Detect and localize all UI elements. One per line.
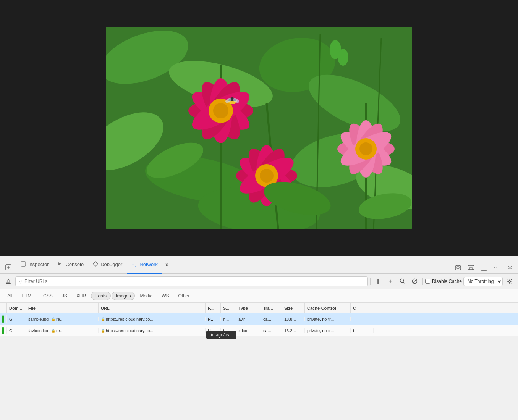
filter-tab-all[interactable]: All: [3, 292, 16, 300]
col-header-cache-control[interactable]: Cache-Control: [305, 303, 351, 313]
network-table-header: Dom... File URL P... S... Type Tra... S: [0, 303, 518, 313]
table-row[interactable]: G favicon.ico 🔒 re... 🔒 https://res.clou…: [0, 325, 518, 336]
row1-file: sample.jpg: [26, 317, 49, 321]
svg-point-66: [509, 280, 511, 282]
type-tooltip: image/avif: [206, 331, 236, 339]
network-icon: ↑↓: [131, 261, 137, 268]
disable-cache-wrapper[interactable]: Disable Cache: [425, 279, 462, 284]
filter-tab-images[interactable]: Images: [112, 292, 135, 300]
browser-viewport: [0, 0, 518, 256]
screenshot-button[interactable]: [452, 262, 464, 273]
url-lock-icon: 🔒: [101, 329, 105, 333]
more-tools-button[interactable]: ···: [491, 262, 503, 273]
col-header-file[interactable]: File: [26, 303, 49, 313]
filter-tab-js[interactable]: JS: [58, 292, 71, 300]
clear-network-button[interactable]: [3, 276, 14, 287]
disable-cache-checkbox[interactable]: [425, 279, 430, 284]
network-table-wrapper: Dom... File URL P... S... Type Tra... S: [0, 303, 518, 420]
row1-transfer: ca...: [261, 317, 282, 321]
filter-tab-css[interactable]: CSS: [39, 292, 57, 300]
filter-tab-other[interactable]: Other: [174, 292, 194, 300]
tab-console[interactable]: Console: [53, 256, 88, 274]
row1-method: G: [7, 317, 26, 321]
more-tabs-icon: »: [165, 261, 169, 268]
filter-tab-fonts[interactable]: Fonts: [91, 292, 111, 300]
toolbar-separator-2: [422, 278, 423, 285]
row2-c: b: [351, 328, 374, 333]
filter-icon: ▽: [19, 279, 22, 284]
svg-point-54: [457, 267, 459, 269]
search-button[interactable]: [397, 276, 408, 287]
inspector-picker-button[interactable]: [2, 261, 15, 273]
url-lock-icon: 🔒: [101, 317, 105, 321]
row1-url-lock: 🔒 re...: [49, 317, 99, 321]
network-table-scroll[interactable]: G sample.jpg 🔒 re... 🔒 https://res.cloud…: [0, 313, 518, 420]
row1-size: 18.8...: [282, 317, 305, 321]
row2-method: G: [7, 328, 26, 333]
row2-type: x-icon: [236, 328, 261, 333]
network-toolbar: ▽ ‖ + Disable Cache: [0, 274, 518, 289]
svg-marker-52: [58, 262, 61, 265]
tab-inspector[interactable]: Inspector: [16, 256, 53, 274]
table-row[interactable]: G sample.jpg 🔒 re... 🔒 https://res.cloud…: [0, 313, 518, 325]
split-console-button[interactable]: [478, 262, 490, 273]
tab-debugger[interactable]: Debugger: [88, 256, 127, 274]
debugger-icon: [93, 261, 98, 268]
col-header-c[interactable]: C: [351, 303, 374, 313]
svg-line-65: [413, 279, 416, 283]
row2-url-lock: 🔒 re...: [49, 328, 99, 333]
lock-icon: 🔒: [51, 329, 55, 333]
col-header-p[interactable]: P...: [206, 303, 221, 313]
col-header-type[interactable]: Type: [236, 303, 261, 313]
resource-type-filter-tabs: All HTML CSS JS XHR Fonts Images Media W…: [0, 289, 518, 303]
svg-point-38: [359, 142, 372, 155]
close-devtools-button[interactable]: ×: [504, 262, 516, 273]
tab-network[interactable]: ↑↓ Network: [127, 256, 162, 274]
row2-file: favicon.ico: [26, 328, 49, 333]
row2-transfer: ca...: [261, 328, 282, 333]
svg-rect-53: [455, 266, 461, 270]
col-header-url[interactable]: URL: [99, 303, 206, 313]
svg-line-63: [403, 282, 405, 284]
filter-tab-html[interactable]: HTML: [17, 292, 38, 300]
responsive-design-button[interactable]: [465, 262, 477, 273]
status-indicator: [2, 315, 4, 323]
svg-point-22: [213, 103, 228, 118]
more-tabs-button[interactable]: »: [162, 256, 172, 273]
flower-image: [106, 27, 412, 229]
col-header-transfer[interactable]: Tra...: [261, 303, 282, 313]
block-url-button[interactable]: [410, 276, 420, 287]
toolbar-separator-1: [370, 278, 371, 285]
row1-status-dot: [0, 315, 7, 323]
disable-cache-label: Disable Cache: [432, 279, 462, 284]
devtools-right-tools: ··· ×: [452, 262, 516, 273]
filter-tab-media[interactable]: Media: [136, 292, 157, 300]
col-header-s[interactable]: S...: [221, 303, 236, 313]
row1-cache-control: private, no-tr...: [305, 317, 351, 321]
devtools-panel: Inspector Console Debugger ↑↓ Network: [0, 256, 518, 420]
add-bookmark-button[interactable]: +: [385, 276, 396, 287]
console-icon: [58, 261, 63, 268]
filter-urls-wrapper: ▽: [15, 276, 368, 286]
status-indicator: [2, 327, 4, 334]
tab-console-label: Console: [65, 262, 84, 267]
row2-cache-control: private, no-tr...: [305, 328, 351, 333]
lock-icon: 🔒: [51, 317, 55, 321]
pause-recording-button[interactable]: ‖: [373, 276, 384, 287]
col-header-size[interactable]: Size: [282, 303, 305, 313]
row1-s: h...: [221, 317, 236, 321]
filter-tab-ws[interactable]: WS: [157, 292, 173, 300]
tab-inspector-label: Inspector: [28, 262, 49, 267]
tab-network-label: Network: [139, 262, 158, 267]
col-header-status[interactable]: [0, 303, 7, 313]
throttling-select[interactable]: No Throttling: [463, 277, 503, 286]
filter-tab-xhr[interactable]: XHR: [72, 292, 90, 300]
inspector-icon: [21, 261, 26, 268]
row2-status-dot: [0, 327, 7, 334]
tab-debugger-label: Debugger: [100, 262, 122, 267]
filter-urls-input[interactable]: [24, 279, 364, 284]
row1-p: H...: [206, 317, 221, 321]
network-settings-button[interactable]: [504, 276, 515, 287]
svg-rect-51: [21, 262, 26, 266]
col-header-domain[interactable]: Dom...: [7, 303, 26, 313]
